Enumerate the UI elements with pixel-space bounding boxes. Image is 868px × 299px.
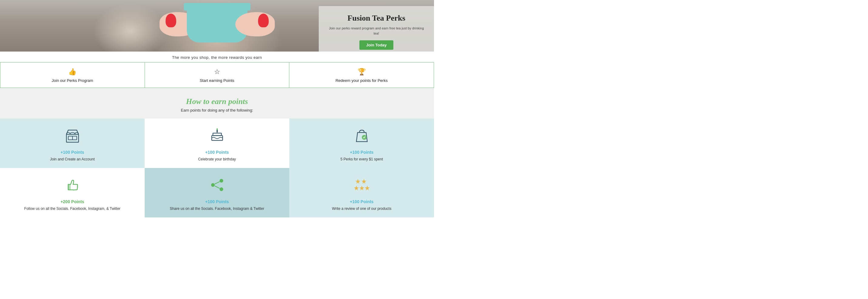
earn-card-share-desc: Share us on all the Socials. Facebook, I… bbox=[170, 207, 264, 211]
earn-card-review-desc: Write a review of one of our products bbox=[332, 207, 392, 211]
earn-card-perks-points: +100 Points bbox=[350, 150, 373, 155]
shopping-bag-icon bbox=[353, 127, 370, 146]
thumbsup-icon bbox=[64, 177, 81, 196]
earn-card-review-points: +100 Points bbox=[350, 199, 373, 204]
earn-title-cursive: points bbox=[228, 97, 248, 106]
svg-rect-6 bbox=[213, 133, 221, 136]
earn-card-birthday-points: +100 Points bbox=[205, 150, 229, 155]
redeem-perks-icon: 🏆 bbox=[358, 68, 366, 76]
step-join-program: 👍 Join our Perks Program bbox=[0, 62, 145, 88]
hero-section: Fusion Tea Perks Join our perks reward p… bbox=[0, 0, 434, 52]
store-icon bbox=[64, 127, 81, 146]
earn-card-share-points: +100 Points bbox=[205, 199, 229, 204]
earn-card-share: +100 Points Share us on all the Socials.… bbox=[145, 168, 289, 217]
svg-marker-16 bbox=[354, 186, 359, 190]
cake-icon bbox=[209, 127, 226, 146]
svg-marker-15 bbox=[362, 179, 366, 184]
earn-section-subtitle: Earn points for doing any of the followi… bbox=[0, 108, 434, 113]
svg-point-9 bbox=[220, 179, 223, 183]
earn-card-follow-points: +200 Points bbox=[60, 199, 84, 204]
earn-card-join: +100 Points Join and Create an Account bbox=[0, 119, 145, 168]
redeem-perks-label: Redeem your points for Perks bbox=[335, 78, 388, 83]
svg-line-12 bbox=[215, 182, 220, 184]
earn-section-title: How to earn points bbox=[0, 97, 434, 106]
svg-marker-18 bbox=[365, 186, 370, 190]
svg-rect-8 bbox=[68, 184, 71, 190]
earn-card-perks: +100 Points 5 Perks for every $1 spent bbox=[289, 119, 434, 168]
perks-card-title: Fusion Tea Perks bbox=[328, 13, 425, 23]
svg-rect-5 bbox=[212, 136, 223, 141]
share-icon bbox=[209, 177, 226, 196]
stars-icon bbox=[353, 177, 370, 196]
join-today-button[interactable]: Join Today bbox=[360, 40, 393, 50]
earn-card-follow-desc: Follow us on all the Socials. Facebook, … bbox=[24, 207, 120, 211]
earn-card-birthday-desc: Celebrate your birthday bbox=[198, 157, 236, 161]
earn-card-review: +100 Points Write a review of one of our… bbox=[289, 168, 434, 217]
svg-point-4 bbox=[217, 128, 218, 130]
earn-points-icon: ☆ bbox=[214, 68, 220, 76]
join-program-label: Join our Perks Program bbox=[52, 78, 93, 83]
perks-card: Fusion Tea Perks Join our perks reward p… bbox=[319, 6, 434, 52]
earn-card-perks-desc: 5 Perks for every $1 spent bbox=[340, 157, 383, 161]
earn-card-follow: +200 Points Follow us on all the Socials… bbox=[0, 168, 145, 217]
hand-right bbox=[235, 12, 275, 36]
earn-title-plain: How to earn bbox=[186, 97, 228, 106]
earn-card-join-points: +100 Points bbox=[60, 150, 84, 155]
earn-card-join-desc: Join and Create an Account bbox=[50, 157, 95, 161]
svg-line-13 bbox=[215, 186, 220, 188]
perks-card-description: Join our perks reward program and earn f… bbox=[328, 26, 425, 36]
step-earn-points: ☆ Start earning Points bbox=[145, 62, 290, 88]
svg-marker-14 bbox=[355, 179, 360, 184]
fingernail-right bbox=[258, 13, 269, 27]
earn-points-label: Start earning Points bbox=[199, 78, 234, 83]
fingernail-left bbox=[165, 13, 176, 27]
earn-card-birthday: +100 Points Celebrate your birthday bbox=[145, 119, 289, 168]
svg-marker-17 bbox=[360, 186, 364, 190]
earn-section: How to earn points Earn points for doing… bbox=[0, 88, 434, 217]
svg-point-10 bbox=[211, 183, 215, 187]
tea-cup-illustration bbox=[141, 0, 293, 52]
subtitle-text: The more you shop, the more rewards you … bbox=[172, 55, 262, 60]
svg-point-11 bbox=[220, 187, 223, 191]
step-redeem-perks: 🏆 Redeem your points for Perks bbox=[289, 62, 434, 88]
steps-row: 👍 Join our Perks Program ☆ Start earning… bbox=[0, 62, 434, 88]
join-program-icon: 👍 bbox=[68, 68, 76, 76]
subtitle-bar: The more you shop, the more rewards you … bbox=[0, 52, 434, 62]
earn-cards-grid: +100 Points Join and Create an Account +… bbox=[0, 119, 434, 217]
